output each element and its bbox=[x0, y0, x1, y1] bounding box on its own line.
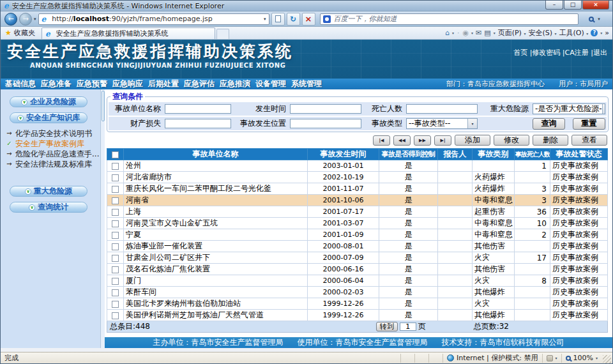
occur-time-input[interactable] bbox=[290, 104, 361, 114]
major-hazard-select[interactable]: -是否为重大危险源- ▾ bbox=[533, 103, 605, 114]
address-caret-icon[interactable]: ▾ bbox=[264, 17, 266, 22]
address-field[interactable]: e http://localhost:90/yjzh/frame/homepag… bbox=[38, 13, 269, 25]
sidebar-section-major-hazards[interactable]: ∨ 重大危险源 bbox=[10, 186, 87, 197]
command-menu-item[interactable]: 工具(O) ▾ bbox=[559, 28, 588, 38]
row-checkbox[interactable] bbox=[112, 312, 119, 319]
sidebar-section-enterprises[interactable]: ∨ 企业及危险源 bbox=[10, 96, 87, 107]
home-caret-icon[interactable]: ▾ bbox=[452, 31, 454, 35]
table-row[interactable]: 茂名石化炼油厂焦化装置 2000-06-16 是 其他伤害 历史事故案例 bbox=[107, 264, 608, 275]
refresh-button[interactable]: ↻ bbox=[287, 13, 300, 26]
tab-active[interactable]: e 安全生产应急救援指挥辅助决策系统 bbox=[42, 27, 215, 39]
accident-type-select[interactable]: --事故类型-- ▾ bbox=[406, 118, 478, 129]
history-caret-icon[interactable]: ▾ bbox=[34, 17, 36, 22]
sidebar-menu-item[interactable]: → 危险化学品应急速查手... bbox=[4, 149, 100, 159]
table-row[interactable]: 甘肃金川公司二矿区井下 2000-07-09 是 火灾 17 历史事故案例 bbox=[107, 252, 608, 264]
table-row[interactable]: 河北省廊坊市 2002-10-19 是 火药爆炸 历史事故案例 bbox=[107, 172, 608, 183]
row-checkbox[interactable] bbox=[112, 255, 119, 262]
page-number-input[interactable] bbox=[400, 322, 416, 331]
search-button[interactable]: ▾ bbox=[580, 13, 609, 26]
record-action-button[interactable]: 删除 bbox=[533, 135, 568, 146]
segment-caret-icon[interactable]: ▾ bbox=[556, 356, 557, 360]
favorites-button[interactable]: ★ 收藏夹 bbox=[3, 28, 42, 39]
table-row[interactable]: 苯酐车间 2000-02-03 是 其他爆炸 历史事故案例 bbox=[107, 287, 608, 298]
table-row[interactable]: 厦门 2000-06-04 是 火灾 8 历史事故案例 bbox=[107, 275, 608, 287]
record-action-button[interactable]: 查看 bbox=[571, 135, 607, 146]
sidebar-menu-item[interactable]: → 安全法律法规及标准库 bbox=[4, 159, 100, 169]
forward-button[interactable]: → bbox=[19, 13, 32, 26]
read-mail-icon[interactable]: ✉ bbox=[476, 29, 481, 37]
row-checkbox[interactable] bbox=[112, 174, 119, 181]
row-checkbox[interactable] bbox=[112, 186, 119, 193]
rss-feed-icon[interactable]: ◉ bbox=[462, 29, 469, 37]
table-row[interactable]: 河南省 2001-10-06 是 中毒和窒息 3 历史事故案例 bbox=[107, 195, 608, 206]
main-menu-item[interactable]: 后期处置 bbox=[148, 79, 179, 89]
dropdown-arrow-icon[interactable]: ▾ bbox=[467, 119, 477, 128]
sidebar-section-knowledge[interactable]: ∨ 安全生产知识库 bbox=[10, 112, 87, 123]
stop-button[interactable]: × bbox=[302, 13, 315, 26]
pager-nav-button[interactable]: ▶| bbox=[434, 135, 451, 146]
row-checkbox[interactable] bbox=[112, 197, 119, 204]
top-link[interactable]: |修改密码 bbox=[530, 48, 563, 57]
record-action-button[interactable]: 修改 bbox=[494, 135, 529, 146]
row-checkbox[interactable] bbox=[112, 163, 119, 170]
help-caret-icon[interactable]: ▾ bbox=[600, 31, 602, 35]
command-menu-item[interactable]: 安全(S) ▾ bbox=[528, 28, 556, 38]
dropdown-arrow-icon[interactable]: ▾ bbox=[602, 104, 605, 114]
main-menu-item[interactable]: 应急准备 bbox=[41, 79, 72, 89]
maximize-button[interactable]: □ bbox=[564, 1, 582, 10]
main-menu-item[interactable]: 应急评估 bbox=[184, 79, 215, 89]
location-input[interactable] bbox=[290, 119, 361, 128]
new-tab-button[interactable] bbox=[216, 29, 229, 39]
print-caret-icon[interactable]: ▾ bbox=[494, 31, 496, 35]
search-box[interactable]: 百度一下，你就知道 bbox=[320, 13, 579, 25]
main-menu-item[interactable]: 设备管理 bbox=[255, 79, 286, 89]
row-checkbox[interactable] bbox=[112, 278, 119, 285]
compatibility-view-button[interactable] bbox=[271, 13, 285, 26]
print-icon[interactable]: ▤ bbox=[484, 29, 490, 37]
reset-button[interactable]: 重置 bbox=[573, 118, 605, 130]
zoom-caret-icon[interactable]: ▾ bbox=[596, 356, 598, 360]
search-caret-icon[interactable]: ▾ bbox=[598, 17, 600, 22]
home-icon[interactable]: ⌂ bbox=[445, 29, 450, 37]
main-menu-item[interactable]: 应急推演 bbox=[220, 79, 250, 89]
row-checkbox[interactable] bbox=[112, 289, 119, 296]
resize-grip[interactable] bbox=[603, 355, 611, 363]
death-count-input[interactable] bbox=[406, 104, 478, 114]
row-checkbox[interactable] bbox=[112, 220, 119, 227]
top-link[interactable]: |退出 bbox=[591, 48, 607, 57]
zoom-control[interactable]: 100% ▾ bbox=[561, 354, 602, 363]
row-checkbox[interactable] bbox=[112, 243, 119, 250]
main-menu-item[interactable]: 应急预警 bbox=[77, 79, 107, 89]
select-all-checkbox[interactable] bbox=[112, 151, 119, 158]
table-row[interactable]: 炼油事业部一催化装置 2000-08-01 是 其他伤害 历史事故案例 bbox=[107, 241, 608, 252]
table-row[interactable]: 上海 2001-07-17 是 起重伤害 36 历史事故案例 bbox=[107, 206, 608, 218]
sidebar-menu-item[interactable]: ✓ 安全生产事故案例库 bbox=[4, 139, 100, 149]
main-menu-item[interactable]: 系统管理 bbox=[291, 79, 322, 89]
pager-nav-button[interactable]: ◀◀ bbox=[393, 135, 411, 146]
row-checkbox[interactable] bbox=[112, 266, 119, 273]
row-checkbox[interactable] bbox=[112, 209, 119, 216]
table-row[interactable]: 美国伊利诺斯州芝加哥炼油厂天然气管道 1999-12-26 是 其他爆炸 历史事… bbox=[107, 310, 608, 321]
row-checkbox[interactable] bbox=[112, 301, 119, 308]
table-row[interactable]: 重庆长风化一车间二苯甲酮工段二号光化釜 2001-11-07 是 火药爆炸 3 … bbox=[107, 183, 608, 195]
pager-nav-button[interactable]: |◀ bbox=[373, 135, 390, 146]
record-action-button[interactable]: 添加 bbox=[455, 135, 490, 146]
sidebar-menu-item[interactable]: → 化学品安全技术说明书 bbox=[4, 128, 100, 139]
sidebar-section-query-stats[interactable]: ∨ 查询统计 bbox=[10, 202, 87, 213]
feed-caret-icon[interactable]: ▾ bbox=[471, 31, 473, 35]
pager-nav-button[interactable]: ▶▶ bbox=[414, 135, 431, 146]
close-button[interactable]: × bbox=[582, 1, 609, 10]
table-row[interactable]: 河南灵宝市义寺山金矿五坑 2001-03-07 是 中毒和窒息 10 历史事故案… bbox=[107, 218, 608, 229]
table-row[interactable]: 宁夏 2001-01-09 是 中毒和窒息 2 历史事故案例 bbox=[107, 229, 608, 241]
protected-mode-segment[interactable]: ▾ bbox=[542, 354, 561, 363]
main-menu-item[interactable]: 应急响应 bbox=[112, 79, 143, 89]
unit-name-input[interactable] bbox=[165, 104, 231, 114]
main-menu-item[interactable]: 基础信息 bbox=[5, 79, 36, 89]
top-link[interactable]: 首页 bbox=[513, 48, 530, 57]
table-row[interactable]: 沧州 2003-01-01 是 1 历史事故案例 bbox=[107, 160, 608, 172]
help-icon[interactable]: ? bbox=[591, 29, 598, 36]
property-loss-input[interactable] bbox=[165, 119, 231, 128]
top-link[interactable]: |CA注册 bbox=[563, 48, 591, 57]
minimize-button[interactable]: – bbox=[545, 1, 563, 10]
goto-page-button[interactable]: 转到 bbox=[376, 322, 398, 331]
